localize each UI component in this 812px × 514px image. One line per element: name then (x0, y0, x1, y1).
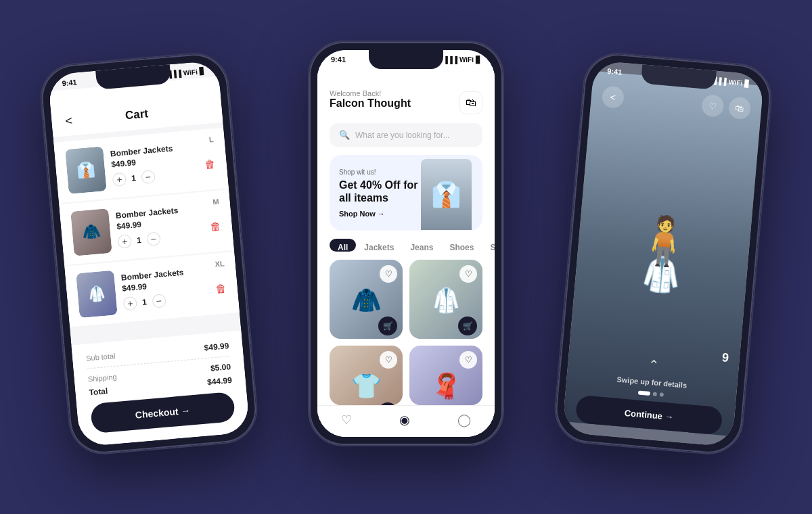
item-qty-3: + 1 − (122, 289, 210, 310)
qty-num-2: 1 (137, 235, 142, 246)
item-size-3: XL (215, 259, 225, 268)
nav-profile[interactable]: ◯ (457, 413, 471, 427)
search-icon: 🔍 (339, 130, 350, 140)
cat-tab-jeans[interactable]: Jeans (402, 239, 441, 252)
subtotal-value: $49.99 (204, 341, 229, 352)
home-welcome: Welcome Back! (330, 89, 411, 97)
cat-tab-all[interactable]: All (330, 239, 356, 252)
favorites-icon: ♡ (341, 413, 352, 427)
category-tabs: All Jackets Jeans Shoes S (317, 239, 495, 252)
phone-detail: 🧍 🥼 9:41 ▐▐▐ WiFi ▊ (551, 50, 774, 457)
total-label: Total (89, 386, 108, 397)
checkout-button[interactable]: Checkout → (90, 392, 235, 434)
home-header-row: Welcome Back! Falcon Thought 🛍 (330, 89, 482, 116)
status-icons-left: ▐▐▐ WiFi ▊ (166, 67, 205, 78)
banner-title: Get 40% Off for all iteams (339, 179, 419, 204)
banner-figure: 👔 (419, 156, 473, 230)
detail-back-button[interactable]: < (602, 85, 625, 109)
product-fav-2[interactable]: ♡ (459, 265, 477, 283)
shipping-label: Shipping (87, 373, 117, 383)
dot-2 (653, 392, 658, 396)
home-icon: ◉ (399, 413, 410, 427)
battery-icon-left: ▊ (199, 67, 205, 75)
nav-home[interactable]: ◉ (399, 413, 410, 427)
qty-minus-2[interactable]: − (146, 231, 161, 246)
item-qty-2: + 1 − (117, 228, 204, 249)
phones-container: 9:41 ▐▐▐ WiFi ▊ < Cart L (34, 14, 778, 500)
phone-home: 9:41 ▐▐▐ WiFi ▊ Welcome Back! Falcon Tho… (308, 41, 504, 446)
home-header: Welcome Back! Falcon Thought 🛍 (317, 66, 495, 123)
search-bar[interactable]: 🔍 What are you looking for... (330, 123, 482, 147)
product-card[interactable]: 🧣 ♡ (409, 346, 482, 405)
battery-icon-center: ▊ (476, 56, 481, 64)
cart-screen: 9:41 ▐▐▐ WiFi ▊ < Cart L (47, 60, 250, 447)
detail-cart-button[interactable]: 🛍 (728, 97, 752, 120)
qty-plus-3[interactable]: + (122, 296, 137, 311)
product-img-4: 🧣 ♡ (409, 346, 482, 405)
home-brand-block: Welcome Back! Falcon Thought (330, 89, 411, 116)
product-fav-1[interactable]: ♡ (380, 265, 397, 283)
product-card[interactable]: 🧥 ♡ 🛒 Bomber Jackets $49.99 (330, 260, 403, 339)
detail-screen: 🧍 🥼 9:41 ▐▐▐ WiFi ▊ (562, 60, 764, 447)
product-cart-btn-2[interactable]: 🛒 (458, 317, 477, 335)
phone-cart: 9:41 ▐▐▐ WiFi ▊ < Cart L (37, 50, 260, 457)
product-img-3: 👕 ♡ 🛒 (330, 346, 403, 405)
cart-item-img-2: 🧥 (70, 208, 112, 256)
wifi-icon-center: WiFi (459, 56, 474, 64)
detail-fav-button[interactable]: ♡ (701, 94, 725, 118)
status-time-left: 9:41 (62, 78, 77, 87)
qty-minus-1[interactable]: − (141, 170, 156, 185)
product-img-2: 🥼 ♡ 🛒 (409, 260, 482, 339)
carousel-dots (638, 391, 664, 397)
product-fav-3[interactable]: ♡ (380, 351, 397, 369)
nav-favorites[interactable]: ♡ (341, 413, 352, 427)
dot-active (638, 391, 650, 396)
cat-tab-more[interactable]: S (482, 239, 495, 252)
qty-plus-1[interactable]: + (112, 172, 127, 187)
item-qty-1: + 1 − (112, 166, 199, 187)
home-cart-icon[interactable]: 🛍 (459, 91, 482, 114)
item-size-2: M (212, 197, 219, 206)
home-brand: Falcon Thought (330, 97, 411, 110)
product-card[interactable]: 👕 ♡ 🛒 (330, 346, 403, 405)
banner-subtitle: Shop wit us! (339, 168, 419, 176)
qty-num-3: 1 (142, 298, 148, 308)
cat-tab-jackets[interactable]: Jackets (356, 239, 402, 252)
phone-cart-screen: 9:41 ▐▐▐ WiFi ▊ < Cart L (47, 60, 250, 447)
status-icons-center: ▐▐▐ WiFi ▊ (443, 56, 481, 64)
qty-minus-3[interactable]: − (152, 294, 166, 308)
cart-summary: Sub total $49.99 Shipping $5.00 Total $4… (71, 331, 250, 447)
subtotal-row: Sub total $49.99 (86, 341, 229, 363)
product-grid-2: 👕 ♡ 🛒 🧣 ♡ (317, 346, 495, 405)
cat-tab-shoes[interactable]: Shoes (441, 239, 482, 252)
product-cart-btn-1[interactable]: 🛒 (378, 317, 397, 335)
item-delete-3[interactable]: 🗑 (215, 282, 227, 295)
chevron-up-icon: ⌃ (647, 356, 660, 373)
cart-item-img-1: 👔 (65, 146, 107, 194)
bottom-nav: ♡ ◉ ◯ (317, 405, 495, 437)
qty-num-1: 1 (131, 173, 137, 183)
phone-home-screen: 9:41 ▐▐▐ WiFi ▊ Welcome Back! Falcon Tho… (317, 50, 495, 437)
product-card[interactable]: 🥼 ♡ 🛒 Bomber Jackets $49.99 (409, 260, 482, 339)
product-img-1: 🧥 ♡ 🛒 (330, 260, 403, 339)
wifi-icon-left: WiFi (183, 68, 198, 76)
cart-item-img-3: 🥼 (76, 271, 118, 319)
total-value: $44.99 (207, 375, 233, 387)
item-size-1: L (208, 135, 214, 144)
detail-person-icon: 🧍 🥼 (630, 210, 696, 296)
banner-shop-now-button[interactable]: Shop Now → (339, 210, 385, 218)
notch-center (369, 50, 443, 69)
cart-back-button[interactable]: < (65, 114, 73, 128)
cart-item-info-2: Bomber Jackets $49.99 + 1 − (115, 204, 204, 249)
signal-icon-center: ▐▐▐ (443, 56, 457, 64)
dot-3 (660, 392, 664, 397)
product-cart-btn-3[interactable]: 🛒 (378, 402, 397, 405)
detail-action-buttons: ♡ 🛍 (701, 94, 752, 120)
product-fav-4[interactable]: ♡ (459, 351, 477, 369)
cart-item: XL 🥼 Bomber Jackets $49.99 + 1 − (64, 252, 240, 327)
qty-plus-2[interactable]: + (117, 234, 132, 249)
home-screen: 9:41 ▐▐▐ WiFi ▊ Welcome Back! Falcon Tho… (317, 50, 495, 437)
item-delete-1[interactable]: 🗑 (204, 158, 217, 171)
continue-button[interactable]: Continue → (575, 395, 723, 436)
item-delete-2[interactable]: 🗑 (210, 220, 222, 233)
